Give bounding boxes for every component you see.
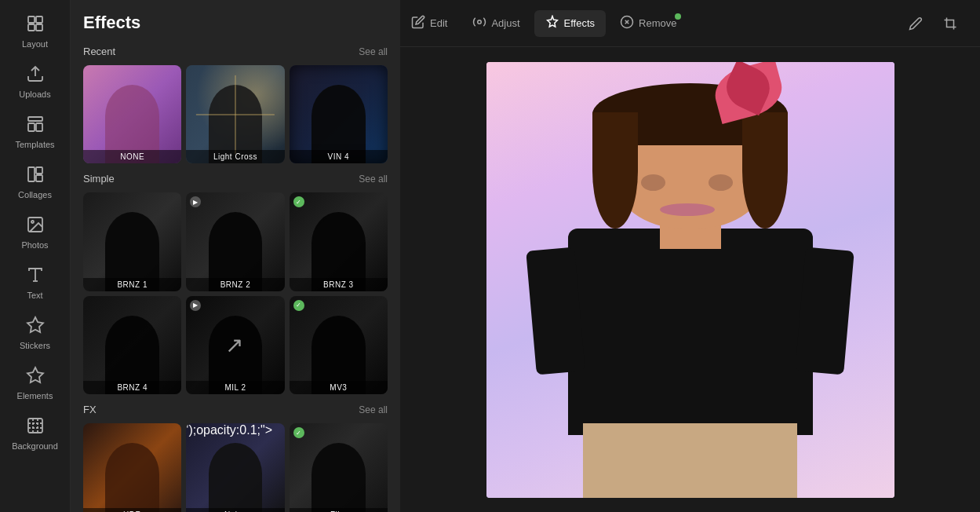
photos-icon (26, 215, 45, 237)
fx-section-title: FX (83, 404, 97, 415)
svg-marker-15 (27, 368, 43, 382)
effect-brnz3-label: BRNZ 3 (290, 278, 388, 291)
remove-button[interactable]: Remove (609, 10, 687, 37)
templates-icon (26, 115, 45, 137)
sidebar-item-stickers-label: Stickers (20, 341, 50, 350)
effect-vin4[interactable]: VIN 4 (290, 65, 388, 163)
sidebar-item-text-label: Text (27, 291, 42, 300)
adjust-button[interactable]: Adjust (461, 10, 530, 37)
sidebar-item-elements-label: Elements (17, 391, 53, 400)
fx-section-header: FX See all (83, 404, 388, 415)
sidebar-item-uploads[interactable]: Uploads (4, 58, 67, 105)
svg-rect-2 (28, 24, 35, 31)
stickers-icon (26, 316, 45, 338)
svg-point-12 (31, 221, 34, 223)
sidebar-item-templates[interactable]: Templates (4, 108, 67, 155)
effect-noise-label: Noise (186, 508, 284, 512)
sidebar-item-photos[interactable]: Photos (4, 209, 67, 256)
sidebar-item-stickers[interactable]: Stickers (4, 309, 67, 357)
simple-see-all[interactable]: See all (359, 174, 388, 185)
sidebar-item-background-label: Background (12, 441, 58, 451)
effect-hdr[interactable]: HDR (83, 423, 181, 512)
fx-see-all[interactable]: See all (359, 404, 388, 415)
upload-icon (26, 64, 45, 86)
sidebar-item-layout-label: Layout (22, 39, 48, 49)
effect-mv3-label: MV3 (290, 381, 388, 394)
crop-button[interactable] (936, 9, 964, 38)
adjust-label: Adjust (491, 17, 519, 29)
edit-button[interactable]: Edit (400, 10, 458, 37)
adjust-icon (472, 15, 486, 32)
effect-hdr-label: HDR (83, 508, 181, 512)
fx-effects-grid: HDR ');opacity:0.1;"> Noise ✓ Film ▶ Fil… (83, 423, 388, 512)
sidebar: Layout Uploads Templates (0, 0, 71, 512)
effects-icon (545, 15, 559, 32)
effect-brnz4[interactable]: BRNZ 4 (83, 296, 181, 394)
effect-vin4-label: VIN 4 (290, 150, 388, 163)
sidebar-item-uploads-label: Uploads (19, 90, 50, 99)
svg-rect-16 (28, 419, 42, 433)
edit-label: Edit (430, 17, 447, 29)
text-icon (26, 265, 45, 287)
canvas-area (400, 47, 980, 512)
effect-brnz2-label: BRNZ 2 (186, 278, 284, 291)
svg-rect-0 (28, 16, 35, 23)
sidebar-item-photos-label: Photos (21, 240, 48, 250)
svg-rect-3 (36, 24, 42, 31)
background-icon (26, 416, 45, 438)
effect-none[interactable]: NONE (83, 65, 181, 163)
toolbar: Edit Adjust Effects (400, 0, 980, 47)
effects-button[interactable]: Effects (534, 10, 607, 37)
svg-rect-9 (36, 167, 42, 174)
simple-section-header: Simple See all (83, 173, 388, 185)
effect-light-cross[interactable]: Light Cross (186, 65, 284, 163)
sidebar-item-layout[interactable]: Layout (4, 8, 67, 55)
main-area: Edit Adjust Effects (400, 0, 980, 512)
effects-label: Effects (564, 17, 596, 29)
sidebar-item-elements[interactable]: Elements (4, 360, 67, 407)
remove-label: Remove (639, 17, 676, 29)
sidebar-item-templates-label: Templates (15, 140, 54, 149)
remove-icon (620, 15, 634, 32)
effect-brnz4-label: BRNZ 4 (83, 381, 181, 394)
effect-brnz2[interactable]: ▶ BRNZ 2 (186, 192, 284, 291)
recent-effects-grid: NONE Light Cross VIN 4 (83, 65, 388, 163)
recent-section-header: Recent See all (83, 46, 388, 57)
svg-rect-10 (36, 175, 42, 181)
layout-icon (26, 14, 45, 36)
svg-rect-6 (28, 123, 35, 131)
svg-rect-7 (36, 123, 42, 131)
edit-icon (411, 15, 425, 32)
effect-brnz3[interactable]: ✓ BRNZ 3 (290, 192, 388, 291)
sidebar-item-text[interactable]: Text (4, 259, 67, 306)
panel-title: Effects (83, 13, 388, 33)
simple-effects-grid: BRNZ 1 ▶ BRNZ 2 ✓ BRNZ 3 BRNZ 4 ▶ (83, 192, 388, 394)
canvas-frame[interactable] (486, 62, 894, 498)
recent-see-all[interactable]: See all (359, 46, 388, 57)
effect-none-label: NONE (83, 150, 181, 163)
svg-rect-8 (28, 167, 35, 181)
effect-mv3[interactable]: ✓ MV3 (290, 296, 388, 394)
effect-light-cross-label: Light Cross (186, 150, 284, 163)
svg-rect-1 (36, 16, 42, 23)
sidebar-item-collages[interactable]: Collages (4, 159, 67, 206)
recent-section-title: Recent (83, 46, 115, 57)
pencil-button[interactable] (902, 9, 930, 38)
sidebar-item-background[interactable]: Background (4, 410, 67, 457)
sidebar-item-collages-label: Collages (18, 190, 52, 199)
simple-section-title: Simple (83, 173, 115, 185)
collages-icon (26, 165, 45, 187)
effect-brnz1[interactable]: BRNZ 1 (83, 192, 181, 291)
effect-film-label: Film (290, 508, 388, 512)
elements-icon (26, 366, 45, 388)
svg-rect-5 (28, 117, 42, 121)
effect-mil2-label: MIL 2 (186, 381, 284, 394)
effect-brnz1-label: BRNZ 1 (83, 278, 181, 291)
remove-active-dot (675, 13, 681, 20)
svg-point-21 (478, 20, 482, 24)
toolbar-right (902, 9, 980, 38)
effect-film[interactable]: ✓ Film (290, 423, 388, 512)
effect-noise[interactable]: ');opacity:0.1;"> Noise (186, 423, 284, 512)
effect-mil2[interactable]: ▶ ↗ MIL 2 (186, 296, 284, 394)
effects-panel: Effects Recent See all NONE Light Cross (71, 0, 400, 512)
